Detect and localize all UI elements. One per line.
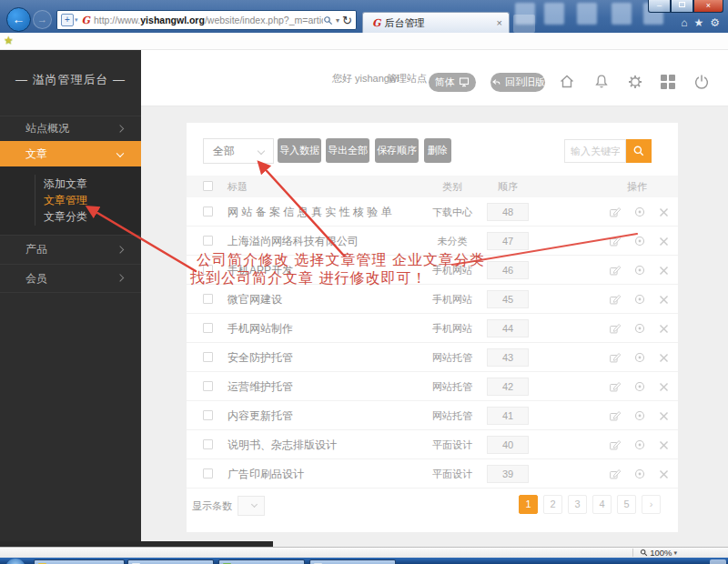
next-page-button[interactable]: › <box>642 495 661 514</box>
close-button[interactable]: × <box>693 0 723 13</box>
view-icon[interactable] <box>633 351 646 364</box>
home-icon[interactable]: ⌂ <box>681 16 687 29</box>
row-order-input[interactable]: 47 <box>487 232 529 250</box>
page-button-1[interactable]: 1 <box>519 495 538 514</box>
sidebar-item-site-overview[interactable]: 站点概况 <box>0 116 141 141</box>
edit-icon[interactable] <box>609 351 622 364</box>
row-checkbox[interactable] <box>203 323 213 333</box>
taskbar-item[interactable] <box>309 559 396 564</box>
row-checkbox[interactable] <box>203 352 213 362</box>
delete-icon[interactable] <box>658 323 670 335</box>
edit-icon[interactable] <box>609 235 622 247</box>
refresh-icon[interactable]: ↻ <box>342 14 352 27</box>
bell-icon[interactable] <box>592 73 611 91</box>
row-checkbox[interactable] <box>203 206 213 217</box>
row-order-input[interactable]: 44 <box>487 319 529 337</box>
power-icon[interactable] <box>693 73 711 91</box>
row-checkbox[interactable] <box>203 294 213 304</box>
row-order-input[interactable]: 48 <box>487 203 529 221</box>
edit-icon[interactable] <box>609 438 622 451</box>
taskbar-item[interactable] <box>218 559 305 564</box>
row-order-input[interactable]: 42 <box>487 378 529 396</box>
compatibility-view-icon[interactable]: + <box>61 14 74 26</box>
page-button-5[interactable]: 5 <box>617 495 636 514</box>
grid-icon[interactable] <box>659 73 677 91</box>
zoom-control[interactable]: 100% ▾ <box>632 548 677 558</box>
language-button[interactable]: 简体 <box>429 73 476 92</box>
edit-icon[interactable] <box>609 409 622 422</box>
row-order-input[interactable]: 40 <box>487 436 529 454</box>
chevron-down-icon[interactable]: ▾ <box>75 16 78 24</box>
url-text[interactable]: http://www.yishangwl.org/website/index.p… <box>94 15 323 25</box>
sidebar-item-articles[interactable]: 文章 <box>0 141 141 166</box>
search-button[interactable] <box>626 139 652 163</box>
delete-icon[interactable] <box>658 439 670 451</box>
favorites-star-icon[interactable]: ★ <box>693 16 703 29</box>
gear-icon[interactable] <box>626 73 644 91</box>
export-all-button[interactable]: 导出全部 <box>326 138 369 163</box>
sidebar-item-products[interactable]: 产品 <box>0 235 141 264</box>
home-icon[interactable] <box>558 73 576 91</box>
row-checkbox[interactable] <box>203 439 213 449</box>
row-order-input[interactable]: 39 <box>487 465 529 483</box>
row-order-input[interactable]: 41 <box>487 407 529 425</box>
row-checkbox[interactable] <box>203 381 213 391</box>
select-all-checkbox[interactable] <box>203 181 213 191</box>
submenu-item-article-manage[interactable]: 文章管理 <box>44 192 135 208</box>
address-search-icon[interactable] <box>323 15 333 25</box>
edit-icon[interactable] <box>609 322 622 335</box>
edit-icon[interactable] <box>609 293 622 306</box>
view-icon[interactable] <box>633 438 646 451</box>
page-button-2[interactable]: 2 <box>543 495 562 514</box>
edit-icon[interactable] <box>609 206 622 218</box>
category-filter-select[interactable]: 全部 <box>203 138 274 164</box>
sidebar-item-members[interactable]: 会员 <box>0 264 141 293</box>
row-order-input[interactable]: 46 <box>487 261 529 279</box>
view-icon[interactable] <box>633 380 646 393</box>
maximize-button[interactable] <box>671 0 693 13</box>
row-checkbox[interactable] <box>203 236 213 246</box>
display-count-select[interactable] <box>238 496 265 516</box>
gear-icon[interactable]: ⚙ <box>710 16 720 29</box>
address-bar[interactable]: + ▾ G http://www.yishangwl.org/website/i… <box>56 10 357 30</box>
favorites-bar-icon[interactable]: ★ <box>4 34 14 46</box>
view-icon[interactable] <box>633 206 646 218</box>
tab-close-icon[interactable]: × <box>497 17 502 28</box>
back-to-old-version-button[interactable]: 回到旧版 <box>490 73 545 92</box>
delete-icon[interactable] <box>658 265 670 277</box>
forward-button[interactable]: → <box>33 10 52 29</box>
minimize-button[interactable]: – <box>648 0 671 13</box>
page-button-4[interactable]: 4 <box>592 495 612 514</box>
submenu-item-add-article[interactable]: 添加文章 <box>44 176 135 192</box>
row-order-input[interactable]: 45 <box>487 290 529 308</box>
edit-icon[interactable] <box>609 380 622 393</box>
view-icon[interactable] <box>633 468 646 480</box>
save-order-button[interactable]: 保存顺序 <box>375 138 419 163</box>
row-checkbox[interactable] <box>203 468 213 478</box>
delete-icon[interactable] <box>658 294 670 306</box>
view-icon[interactable] <box>633 293 646 306</box>
chevron-down-icon[interactable]: ▾ <box>336 16 339 25</box>
back-button[interactable]: ← <box>6 7 31 32</box>
delete-button[interactable]: 删除 <box>424 138 451 163</box>
edit-icon[interactable] <box>609 264 622 277</box>
start-button[interactable] <box>5 559 25 564</box>
row-checkbox[interactable] <box>203 410 213 420</box>
new-tab-button[interactable] <box>513 15 535 33</box>
row-order-input[interactable]: 43 <box>487 348 529 367</box>
delete-icon[interactable] <box>658 468 670 480</box>
taskbar-item[interactable] <box>34 559 125 564</box>
page-button-3[interactable]: 3 <box>568 495 587 514</box>
import-data-button[interactable]: 导入数据 <box>278 138 321 163</box>
view-icon[interactable] <box>633 235 646 247</box>
delete-icon[interactable] <box>658 381 670 393</box>
view-icon[interactable] <box>633 322 646 335</box>
taskbar-item[interactable] <box>127 559 214 564</box>
submenu-item-article-category[interactable]: 文章分类 <box>44 208 135 225</box>
delete-icon[interactable] <box>658 206 670 218</box>
view-icon[interactable] <box>633 409 646 422</box>
delete-icon[interactable] <box>658 410 670 422</box>
edit-icon[interactable] <box>609 468 622 480</box>
browser-tab[interactable]: G 后台管理 × <box>362 12 510 33</box>
search-input[interactable] <box>564 139 626 163</box>
